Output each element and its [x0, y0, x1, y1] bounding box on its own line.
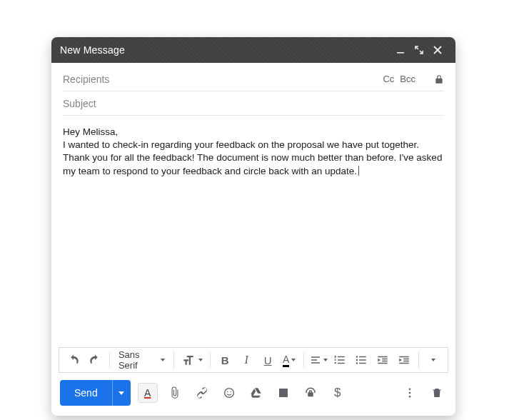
insert-link-button[interactable]	[192, 383, 212, 403]
send-button[interactable]: Send	[60, 380, 112, 406]
italic-button[interactable]: I	[236, 350, 256, 370]
confidential-icon	[303, 386, 318, 399]
attachment-icon	[168, 386, 181, 399]
svg-point-1	[356, 356, 358, 357]
lock-icon	[434, 74, 444, 84]
insert-emoji-button[interactable]	[219, 383, 239, 403]
redo-button[interactable]	[85, 350, 105, 370]
text-color-button[interactable]: A	[279, 350, 299, 370]
insert-photo-button[interactable]	[273, 383, 293, 403]
subject-placeholder: Subject	[63, 98, 444, 109]
undo-button[interactable]	[64, 350, 84, 370]
footer: Send A	[51, 380, 455, 416]
indent-decrease-icon	[376, 354, 389, 366]
svg-point-2	[356, 359, 358, 361]
send-button-group: Send	[60, 380, 131, 406]
drive-icon	[250, 386, 263, 399]
bulleted-list-icon	[355, 354, 368, 366]
svg-point-9	[409, 396, 411, 398]
underline-button[interactable]: U	[258, 350, 278, 370]
italic-icon: I	[244, 354, 248, 366]
underline-icon: U	[264, 354, 272, 366]
svg-point-6	[230, 391, 231, 393]
more-formatting-button[interactable]	[423, 350, 443, 370]
image-icon	[277, 386, 290, 399]
chevron-down-icon	[323, 359, 328, 361]
send-options-button[interactable]	[112, 380, 131, 406]
close-button[interactable]	[428, 37, 447, 63]
formatting-options-button[interactable]: A	[138, 383, 158, 403]
title-bar: New Message	[51, 37, 455, 63]
svg-point-4	[224, 389, 233, 398]
numbered-list-button[interactable]	[330, 350, 350, 370]
text-size-icon	[181, 354, 196, 366]
bcc-button[interactable]: Bcc	[400, 74, 415, 84]
bold-icon: B	[221, 354, 229, 366]
dollar-icon: $	[334, 386, 341, 400]
font-size-picker[interactable]	[178, 350, 206, 370]
chevron-down-icon	[431, 359, 435, 361]
body-paragraph: I wanted to check-in regarding your feed…	[63, 139, 442, 176]
text-cursor	[358, 166, 359, 176]
chevron-down-icon	[198, 359, 203, 361]
chevron-down-icon	[119, 391, 124, 395]
svg-rect-0	[397, 52, 404, 54]
cc-button[interactable]: Cc	[383, 74, 394, 84]
message-body[interactable]: Hey Melissa, I wanted to check-in regard…	[51, 116, 455, 347]
indent-more-button[interactable]	[394, 350, 414, 370]
more-options-button[interactable]	[400, 383, 420, 403]
compose-window: New Message Recipients Cc Bcc	[51, 37, 455, 416]
send-label: Send	[74, 387, 98, 399]
insert-money-button[interactable]: $	[328, 383, 348, 403]
insert-drive-button[interactable]	[246, 383, 266, 403]
align-left-icon	[310, 354, 321, 366]
attach-file-button[interactable]	[165, 383, 185, 403]
header-fields: Recipients Cc Bcc Subject	[51, 63, 455, 116]
recipients-row[interactable]: Recipients Cc Bcc	[63, 67, 444, 91]
trash-icon	[430, 386, 443, 399]
kebab-icon	[403, 386, 416, 399]
font-family-label: Sans Serif	[119, 349, 158, 371]
formatting-icon: A	[144, 387, 151, 399]
body-greeting: Hey Melissa,	[63, 126, 444, 139]
link-icon	[196, 386, 208, 399]
svg-point-8	[409, 392, 411, 394]
svg-point-7	[409, 388, 411, 390]
chevron-down-icon	[161, 359, 165, 361]
confidential-mode-button[interactable]	[301, 383, 321, 403]
minimize-button[interactable]	[391, 37, 410, 63]
recipients-placeholder: Recipients	[63, 74, 383, 85]
align-button[interactable]	[308, 350, 328, 370]
bulleted-list-button[interactable]	[351, 350, 371, 370]
bold-button[interactable]: B	[215, 350, 235, 370]
format-toolbar: Sans Serif B I U A	[59, 347, 448, 373]
text-color-icon: A	[283, 354, 289, 366]
discard-draft-button[interactable]	[427, 383, 447, 403]
numbered-list-icon	[333, 354, 346, 366]
subject-row[interactable]: Subject	[63, 91, 444, 116]
emoji-icon	[223, 386, 236, 399]
indent-increase-icon	[398, 354, 410, 366]
fullscreen-button[interactable]	[410, 37, 428, 63]
footer-icons: A $	[138, 383, 348, 403]
chevron-down-icon	[291, 359, 296, 361]
window-title: New Message	[60, 44, 391, 56]
svg-point-5	[227, 391, 228, 393]
indent-less-button[interactable]	[373, 350, 393, 370]
svg-point-3	[356, 362, 358, 364]
font-family-picker[interactable]: Sans Serif	[114, 350, 169, 370]
